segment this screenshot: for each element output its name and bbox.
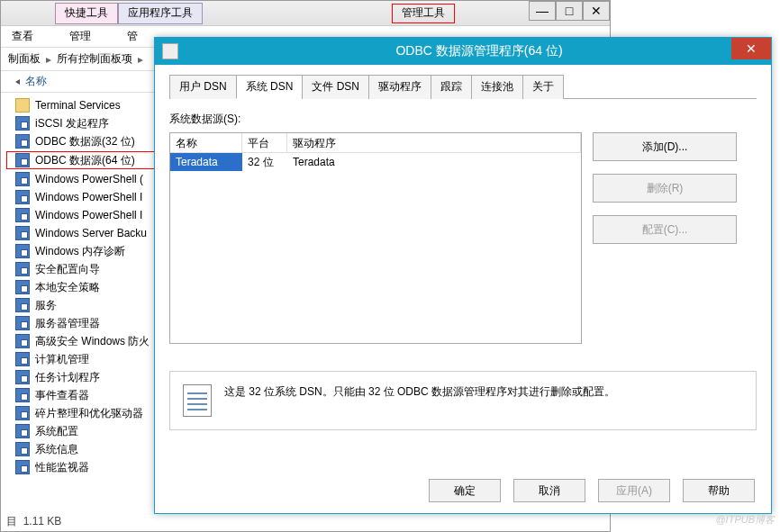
- item-label: 高级安全 Windows 防火: [35, 334, 150, 349]
- file-icon: [15, 153, 30, 167]
- close-button[interactable]: ✕: [731, 38, 771, 59]
- item-label: Windows PowerShell I: [35, 209, 142, 221]
- tab-5[interactable]: 连接池: [471, 75, 523, 99]
- watermark: @ITPUB博客: [715, 513, 775, 527]
- item-label: Windows 内存诊断: [35, 244, 125, 259]
- menu-manage[interactable]: 管理: [69, 29, 91, 44]
- list-header: 名称 平台 驱动程序: [170, 133, 581, 153]
- add-button[interactable]: 添加(D)...: [593, 132, 737, 161]
- odbc-title-text: ODBC 数据源管理程序(64 位): [395, 43, 562, 59]
- file-icon: [15, 460, 30, 474]
- dsn-row[interactable]: Teradata 32 位 Teradata: [170, 153, 581, 171]
- item-label: 性能监视器: [35, 460, 89, 475]
- chevron-right-icon: ▸: [44, 53, 53, 66]
- ribbon-tab-app[interactable]: 应用程序工具: [118, 3, 203, 24]
- tab-4[interactable]: 跟踪: [431, 75, 472, 99]
- apply-button[interactable]: 应用(A): [598, 479, 670, 502]
- remove-button[interactable]: 删除(R): [593, 174, 737, 203]
- file-icon: [15, 208, 30, 222]
- ribbon-tab-management[interactable]: 管理工具: [392, 4, 455, 23]
- file-icon: [15, 370, 30, 384]
- odbc-titlebar[interactable]: ODBC 数据源管理程序(64 位) ✕: [155, 38, 771, 65]
- breadcrumb-seg[interactable]: 所有控制面板项: [53, 51, 136, 67]
- maximize-button[interactable]: □: [556, 1, 583, 21]
- item-label: Windows PowerShell I: [35, 191, 142, 203]
- chevron-right-icon: ▸: [136, 53, 145, 66]
- tab-1[interactable]: 系统 DSN: [236, 75, 304, 99]
- ok-button[interactable]: 确定: [429, 479, 501, 502]
- file-icon: [15, 134, 30, 149]
- item-label: 系统配置: [35, 424, 78, 439]
- file-icon: [15, 388, 30, 402]
- dsn-name: Teradata: [170, 153, 242, 171]
- item-label: 事件查看器: [35, 388, 89, 403]
- file-icon: [15, 298, 30, 312]
- file-icon: [15, 334, 30, 348]
- tab-2[interactable]: 文件 DSN: [302, 75, 369, 99]
- system-dsn-label: 系统数据源(S):: [169, 112, 757, 127]
- breadcrumb-seg[interactable]: 制面板: [5, 51, 44, 67]
- item-label: Windows PowerShell (: [35, 173, 143, 185]
- odbc-tabs: 用户 DSN系统 DSN文件 DSN驱动程序跟踪连接池关于: [169, 74, 757, 99]
- odbc-app-icon: [162, 43, 178, 59]
- menu-manage2[interactable]: 管: [127, 29, 138, 44]
- col-name[interactable]: 名称: [170, 133, 242, 152]
- info-text: 这是 32 位系统 DSN。只能由 32 位 ODBC 数据源管理程序对其进行删…: [224, 384, 615, 400]
- tab-6[interactable]: 关于: [522, 75, 564, 99]
- close-button[interactable]: ✕: [583, 1, 610, 21]
- file-icon: [15, 116, 30, 131]
- tab-3[interactable]: 驱动程序: [368, 75, 431, 99]
- item-label: iSCSI 发起程序: [35, 116, 109, 131]
- cancel-button[interactable]: 取消: [513, 479, 585, 502]
- item-label: 服务: [35, 298, 57, 313]
- odbc-dialog: ODBC 数据源管理程序(64 位) ✕ 用户 DSN系统 DSN文件 DSN驱…: [154, 37, 772, 514]
- item-label: 计算机管理: [35, 352, 89, 367]
- dsn-driver: Teradata: [287, 153, 581, 171]
- dsn-listbox[interactable]: 名称 平台 驱动程序 Teradata 32 位 Teradata: [169, 132, 582, 344]
- configure-button[interactable]: 配置(C)...: [593, 215, 737, 244]
- tab-0[interactable]: 用户 DSN: [169, 75, 237, 99]
- explorer-titlebar: 快捷工具 应用程序工具 管理工具 — □ ✕: [1, 1, 610, 26]
- item-label: Windows Server Backu: [35, 227, 147, 239]
- file-icon: [15, 352, 30, 366]
- status-bar: 目 1.11 KB: [1, 511, 61, 531]
- file-icon: [15, 316, 30, 330]
- item-label: 安全配置向导: [35, 262, 100, 277]
- item-label: 碎片整理和优化驱动器: [35, 406, 143, 421]
- file-icon: [15, 406, 30, 420]
- file-icon: [15, 98, 30, 113]
- item-label: 服务器管理器: [35, 316, 100, 331]
- datasheet-icon: [183, 384, 212, 417]
- col-platform[interactable]: 平台: [242, 133, 287, 152]
- file-icon: [15, 442, 30, 456]
- item-label: 本地安全策略: [35, 280, 100, 295]
- file-icon: [15, 424, 30, 438]
- file-icon: [15, 190, 30, 204]
- minimize-button[interactable]: —: [529, 1, 556, 21]
- file-icon: [15, 280, 30, 294]
- ribbon-tab-quick[interactable]: 快捷工具: [55, 3, 118, 24]
- file-icon: [15, 244, 30, 258]
- menu-view[interactable]: 查看: [12, 29, 33, 44]
- file-icon: [15, 226, 30, 240]
- item-label: 任务计划程序: [35, 370, 100, 385]
- file-icon: [15, 262, 30, 276]
- info-panel: 这是 32 位系统 DSN。只能由 32 位 ODBC 数据源管理程序对其进行删…: [169, 371, 757, 430]
- item-label: Terminal Services: [35, 99, 121, 112]
- item-label: ODBC 数据源(64 位): [35, 153, 135, 168]
- item-label: ODBC 数据源(32 位): [35, 134, 135, 149]
- dsn-platform: 32 位: [242, 152, 287, 173]
- help-button[interactable]: 帮助: [683, 479, 755, 502]
- file-icon: [15, 172, 30, 186]
- col-driver[interactable]: 驱动程序: [287, 133, 581, 152]
- item-label: 系统信息: [35, 442, 78, 457]
